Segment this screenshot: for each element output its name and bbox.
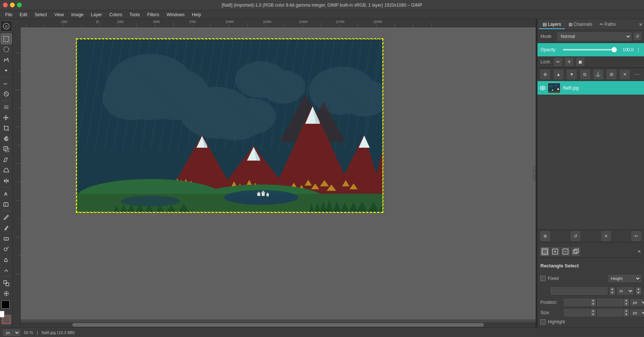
menu-layer[interactable]: Layer: [87, 11, 106, 18]
perspective-tool[interactable]: [1, 165, 11, 175]
menu-filters[interactable]: Filters: [143, 11, 163, 18]
mode-reset-button[interactable]: ↺: [634, 33, 641, 40]
horizontal-scrollbar[interactable]: [21, 322, 536, 327]
replace-selection-icon[interactable]: [540, 247, 549, 256]
fixed-value-up[interactable]: ▲: [610, 287, 615, 291]
ellipse-select-tool[interactable]: [1, 45, 11, 55]
background-color[interactable]: [0, 311, 4, 317]
size-h-down[interactable]: ▼: [624, 313, 629, 316]
lower-layer-button[interactable]: ▼: [567, 70, 577, 79]
airbrush-tool[interactable]: [1, 244, 11, 254]
intersect-selection-icon[interactable]: [571, 247, 580, 256]
fixed-value-down[interactable]: ▼: [610, 291, 615, 295]
layer-visibility-eye[interactable]: [539, 84, 546, 92]
layer-more-button[interactable]: ···: [633, 71, 641, 78]
mode-select[interactable]: Normal Multiply Screen Overlay: [557, 32, 631, 41]
remove-layer-button[interactable]: ✕: [601, 231, 611, 241]
menu-windows[interactable]: Windows: [163, 11, 188, 18]
add-to-selection-icon[interactable]: [551, 247, 560, 256]
size-h-up[interactable]: ▲: [624, 309, 629, 313]
merge-down-button[interactable]: ⊞: [607, 70, 616, 79]
text-tool[interactable]: A: [1, 189, 11, 199]
size-w-down[interactable]: ▼: [591, 313, 596, 316]
menu-edit[interactable]: Edit: [16, 11, 31, 18]
menu-view[interactable]: View: [51, 11, 67, 18]
maximize-button[interactable]: [17, 3, 22, 7]
unit-select[interactable]: px in mm: [3, 329, 20, 336]
canvas-image-wrapper[interactable]: [76, 38, 383, 213]
paint-bucket-tool[interactable]: [1, 200, 11, 210]
clone-tool[interactable]: [1, 278, 11, 288]
foreground-color[interactable]: [1, 301, 10, 309]
panel-menu-button[interactable]: ✕: [639, 22, 643, 27]
position-unit-select[interactable]: px in mm: [630, 299, 644, 306]
refresh-button[interactable]: ↺: [571, 231, 580, 241]
scissors-select-tool[interactable]: ✂: [1, 79, 11, 89]
delete-layer-button[interactable]: ✕: [620, 70, 630, 79]
free-select-tool[interactable]: [1, 55, 11, 65]
pos-y-down[interactable]: ▼: [624, 302, 629, 306]
minimize-button[interactable]: [10, 3, 15, 7]
shear-tool[interactable]: [1, 155, 11, 165]
duplicate-layer-button[interactable]: ⧉: [580, 70, 590, 79]
lock-position-button[interactable]: ✛: [565, 58, 573, 66]
fixed-unit-select[interactable]: in px mm pt: [617, 287, 634, 295]
tab-channels[interactable]: ▦ Channels: [565, 20, 596, 29]
fixed-unit-up[interactable]: ▲: [636, 287, 641, 291]
rotate-tool[interactable]: [1, 134, 11, 144]
tab-layers[interactable]: ▤ Layers: [539, 20, 565, 29]
rectangle-select-tool[interactable]: [1, 34, 11, 44]
fixed-checkbox[interactable]: [540, 276, 546, 281]
layer-item-flat8[interactable]: flat8.jpg: [537, 81, 644, 95]
lock-pixels-button[interactable]: ✏: [554, 58, 562, 66]
menu-select[interactable]: Select: [31, 11, 51, 18]
collapse-panels-button[interactable]: ‹: [533, 166, 536, 181]
size-w-up[interactable]: ▲: [591, 309, 596, 313]
fuzzy-select-tool[interactable]: ✦: [1, 66, 11, 76]
scrollbar-thumb[interactable]: [72, 323, 484, 327]
new-layer-from-selection-button[interactable]: ⊕: [540, 70, 550, 79]
ink-tool[interactable]: [1, 254, 11, 264]
paintbrush-tool[interactable]: [1, 223, 11, 233]
lock-alpha-button[interactable]: ◼: [576, 58, 584, 66]
menu-file[interactable]: File: [1, 11, 16, 18]
size-h-input[interactable]: 0: [597, 309, 623, 316]
highlight-checkbox[interactable]: [540, 319, 546, 324]
opacity-slider[interactable]: [563, 49, 617, 50]
menu-help[interactable]: Help: [188, 11, 205, 18]
fixed-value-input[interactable]: 0,333: [551, 287, 608, 295]
menu-tools[interactable]: Tools: [126, 11, 143, 18]
menu-image[interactable]: Image: [67, 11, 87, 18]
mypaint-tool[interactable]: [1, 265, 11, 275]
eraser-tool[interactable]: [1, 234, 11, 243]
scale-tool[interactable]: [1, 144, 11, 154]
anchor-layer-button[interactable]: ⚓: [593, 70, 603, 79]
flip-tool[interactable]: [1, 176, 11, 186]
pencil-tool[interactable]: [1, 213, 11, 222]
canvas-viewport[interactable]: [21, 27, 536, 319]
position-x-input[interactable]: 0: [564, 299, 590, 306]
crop-tool[interactable]: [1, 123, 11, 133]
tab-paths[interactable]: ✏ Paths: [596, 20, 620, 29]
move-tool[interactable]: [1, 113, 11, 123]
pos-x-down[interactable]: ▼: [591, 302, 596, 306]
pos-x-up[interactable]: ▲: [591, 299, 596, 302]
opacity-more-button[interactable]: ⋮: [636, 47, 641, 53]
add-new-layer-button[interactable]: ⊕: [540, 231, 550, 241]
size-unit-select[interactable]: px in mm: [630, 309, 644, 316]
foreground-select-tool[interactable]: [1, 89, 11, 99]
position-y-input[interactable]: 0: [597, 299, 623, 306]
heal-tool[interactable]: [1, 289, 11, 299]
menu-colors[interactable]: Colors: [106, 11, 126, 18]
canvas-image[interactable]: [77, 39, 383, 212]
fixed-unit-down[interactable]: ▼: [636, 291, 641, 295]
reset-button[interactable]: ↩: [631, 231, 641, 241]
tool-options-close-button[interactable]: ✕: [637, 249, 641, 254]
subtract-from-selection-icon[interactable]: [561, 247, 570, 256]
size-w-input[interactable]: 0: [564, 309, 590, 316]
pos-y-up[interactable]: ▲: [624, 299, 629, 302]
align-tool[interactable]: [1, 102, 11, 112]
close-button[interactable]: [3, 3, 8, 7]
raise-layer-button[interactable]: ▲: [554, 70, 563, 79]
constraint-type-select[interactable]: Height Width Size Aspect Ratio: [608, 275, 641, 282]
